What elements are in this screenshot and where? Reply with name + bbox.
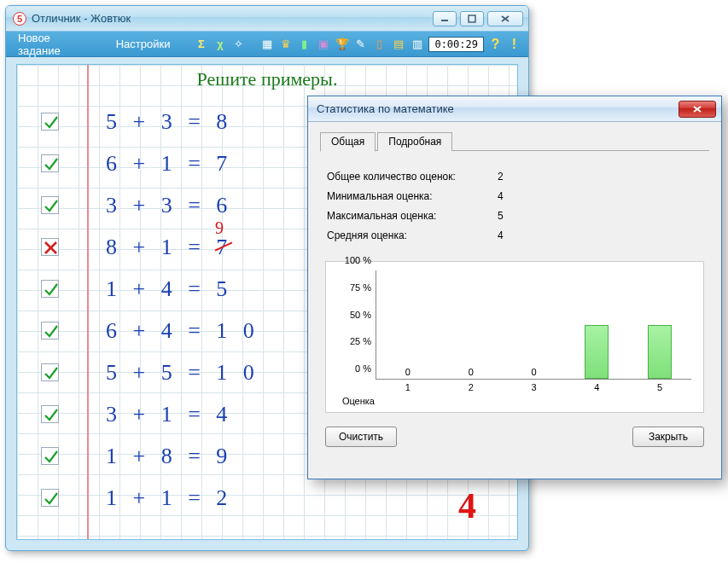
close-button[interactable]: Закрыть (632, 427, 704, 447)
close-button[interactable] (487, 11, 523, 26)
chart-ytick: 25 % (334, 336, 371, 346)
toolbar: Σ χ ✧ ▦ ♛ ▮ ▣ 🏆 ✎ ▯ ▤ ▥ 0:00:29 ? ! (194, 37, 521, 52)
problem-expression: 1 + 1 = 2 (106, 485, 232, 511)
chart-ytick: 100 % (334, 255, 371, 265)
chart-xtick: 4 (594, 382, 599, 392)
grade: 4 (458, 485, 476, 526)
maximize-button[interactable] (460, 11, 484, 26)
eraser-icon[interactable]: ✧ (231, 37, 246, 51)
timer: 0:00:29 (428, 37, 484, 52)
check-icon (41, 489, 59, 507)
check-icon (41, 154, 59, 172)
menu-settings[interactable]: Настройки (111, 35, 176, 53)
folder-icon[interactable]: ▤ (391, 37, 405, 51)
cup-icon[interactable]: 🏆 (335, 37, 349, 51)
check-icon (41, 196, 59, 214)
pencil-icon[interactable]: ✎ (353, 37, 368, 51)
problem-expression: 1 + 4 = 5 (106, 276, 232, 302)
chart: Оценка 0 %25 %50 %75 %100 %102030450550 (325, 261, 704, 413)
window-controls (433, 11, 523, 26)
dialog-title: Статистика по математике (317, 102, 678, 115)
dialog-close-button[interactable] (678, 101, 716, 118)
stat-row-min: Минимальная оценка: 4 (327, 190, 702, 202)
window-title: Отличник - Жовтюк (32, 12, 433, 25)
save-icon[interactable]: ▣ (316, 37, 330, 51)
problem-expression: 5 + 3 = 8 (106, 109, 232, 135)
chart-plot: Оценка 0 %25 %50 %75 %100 %102030450550 (376, 270, 691, 380)
help-icon[interactable]: ? (488, 37, 503, 51)
chart-xlabel: Оценка (334, 396, 375, 406)
dialog-body: Общая Подробная Общее количество оценок:… (308, 122, 721, 459)
tabs: Общая Подробная (320, 132, 709, 151)
cross-icon (41, 238, 59, 256)
problem-expression: 8 + 1 = 7 (106, 235, 232, 260)
worksheet-title: Решите примеры. (17, 68, 517, 90)
stat-label: Максимальная оценка: (327, 210, 498, 222)
stat-value: 4 (498, 190, 504, 202)
check-icon (41, 405, 59, 423)
letter-icon[interactable]: χ (213, 37, 227, 51)
stats-dialog: Статистика по математике Общая Подробная… (307, 96, 722, 479)
chart-ytick: 75 % (334, 282, 371, 293)
dialog-titlebar: Статистика по математике (308, 96, 721, 122)
problem-expression: 5 + 5 = 1 0 (106, 360, 259, 386)
stat-value: 4 (498, 229, 504, 241)
clear-button[interactable]: Очистить (325, 427, 397, 447)
chart-ytick: 50 % (334, 310, 371, 320)
check-icon (41, 447, 59, 465)
stat-label: Средняя оценка: (327, 229, 498, 241)
stat-row-total: Общее количество оценок: 2 (327, 171, 702, 183)
building-icon[interactable]: ▥ (410, 37, 424, 51)
problem-expression: 3 + 1 = 4 (106, 402, 232, 427)
problem-expression: 6 + 1 = 7 (106, 151, 232, 177)
problem-row: 1 + 1 = 2 (17, 477, 517, 519)
stat-value: 5 (498, 210, 504, 222)
chart-xtick: 5 (657, 382, 662, 392)
book-icon[interactable]: ▯ (372, 37, 387, 51)
chart-xtick: 2 (469, 382, 474, 392)
minimize-button[interactable] (433, 11, 457, 26)
check-icon (41, 322, 59, 340)
app-icon: 5 (13, 12, 26, 26)
sigma-icon[interactable]: Σ (194, 37, 208, 51)
problem-expression: 6 + 4 = 1 0 (106, 318, 259, 344)
problem-expression: 1 + 8 = 9 (106, 444, 232, 469)
chart-bar (648, 325, 672, 380)
svg-rect-1 (469, 15, 475, 22)
menu-new-task[interactable]: Новое задание (13, 29, 99, 60)
check-icon (41, 363, 59, 381)
chart-xtick: 1 (405, 382, 411, 392)
check-icon (41, 280, 59, 298)
stat-label: Минимальная оценка: (327, 190, 498, 202)
main-titlebar: 5 Отличник - Жовтюк (6, 6, 528, 32)
problem-expression: 3 + 3 = 6 (106, 193, 232, 218)
alert-icon[interactable]: ! (507, 37, 521, 51)
stat-value: 2 (498, 171, 504, 183)
stat-row-max: Максимальная оценка: 5 (327, 210, 702, 222)
calculator-icon[interactable]: ▦ (259, 37, 274, 51)
chart-bar (585, 325, 609, 380)
tab-detailed[interactable]: Подробная (377, 132, 452, 151)
dialog-buttons: Очистить Закрыть (325, 427, 704, 447)
menubar: Новое задание Настройки Σ χ ✧ ▦ ♛ ▮ ▣ 🏆 … (6, 32, 528, 57)
stat-label: Общее количество оценок: (327, 171, 498, 183)
trophy-icon[interactable]: ♛ (278, 37, 293, 51)
chart-xtick: 3 (531, 382, 536, 392)
stat-row-avg: Средняя оценка: 4 (327, 229, 702, 241)
tab-general[interactable]: Общая (320, 132, 376, 152)
check-icon (41, 113, 59, 131)
stats-table: Общее количество оценок: 2 Минимальная о… (320, 160, 709, 258)
chart-ytick: 0 % (334, 363, 371, 374)
chart-icon[interactable]: ▮ (297, 37, 312, 51)
